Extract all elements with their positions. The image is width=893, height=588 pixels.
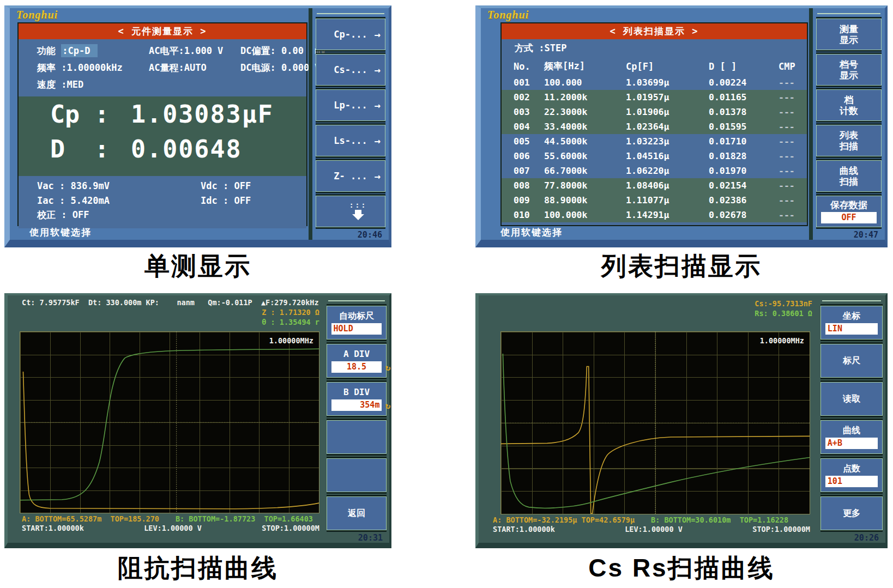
- table-cell: 100.000: [544, 77, 626, 88]
- sweep-start: START:1.00000k: [22, 524, 84, 532]
- softkey-button[interactable]: 保存数据OFF: [816, 196, 882, 227]
- table-cell: 008: [514, 180, 544, 191]
- sweep-level: LEV:1.00000 V: [625, 525, 683, 534]
- softkey-value-box: OFF: [821, 212, 876, 223]
- trace-a-range: A: BOTTOM=65.5287m TOP=185.270: [22, 514, 159, 523]
- softkey-button[interactable]: 更多: [820, 496, 883, 530]
- softkey-button[interactable]: [327, 420, 387, 454]
- sidebar-separator: [822, 300, 881, 301]
- table-row: 00877.8000k1.08406µ0.02154---: [502, 178, 807, 193]
- frequency-cursor-label: 1.00000MHz: [269, 336, 313, 345]
- softkey-column: 坐标LIN标尺读取曲线A+B点数101更多: [818, 306, 885, 530]
- softkey-sidebar: 坐标LIN标尺读取曲线A+B点数101更多 20:26: [818, 295, 885, 543]
- table-header-row: No.频率[Hz]Cp[F]D [ ]CMP: [502, 57, 807, 75]
- table-cell: ---: [779, 77, 807, 88]
- softkey-button[interactable]: B DIV354m↻: [327, 382, 387, 416]
- parameter-row: 功能 :Cp-DAC电平:1.000 VDC偏置: 0.00 mV: [19, 43, 306, 59]
- softkey-button[interactable]: 档号 显示: [816, 54, 882, 86]
- softkey-label: Lp-...: [334, 100, 367, 111]
- softkey-button[interactable]: 测量 显示: [816, 19, 882, 50]
- curve-a-cs: [501, 366, 810, 513]
- table-row: 00211.2000k1.01957µ0.01165---: [502, 90, 807, 105]
- down-arrow-dots: ···: [349, 205, 367, 208]
- softkey-button[interactable]: Cp-...→: [316, 19, 385, 50]
- softkey-button[interactable]: 读取: [820, 382, 883, 416]
- softkey-button[interactable]: Ls-...→: [316, 125, 385, 156]
- sidebar-separator: [317, 13, 384, 14]
- page-title: < 列表扫描显示 >: [502, 23, 807, 39]
- table-cell: 0.00224: [709, 77, 779, 88]
- softkey-button[interactable]: 返回: [327, 496, 387, 530]
- table-cell: 001: [514, 77, 544, 88]
- table-cell: 1.02364µ: [626, 122, 709, 132]
- table-row: 010100.000k1.14291µ0.02678---: [502, 208, 807, 222]
- measurement-function-label: Cp :: [50, 100, 131, 129]
- softkey-button[interactable]: Cs-...→: [316, 54, 385, 86]
- softkey-button[interactable]: 列表 扫描: [816, 125, 882, 156]
- sweep-range-line: START:1.00000k LEV:1.00000 V STOP:1.0000…: [493, 525, 810, 534]
- trace-b-range: B: BOTTOM=-1.87723 TOP=1.66403: [176, 514, 313, 523]
- csrs-curve-panel: Cs:-95.7313nF Rs: 0.38601 Ω 1.00000MHz A…: [475, 293, 888, 548]
- tonghui-logo: Tonghui: [16, 9, 58, 21]
- softkey-column: Cp-...→Cs-...→Lp-...→Ls-...→Z- ...→·····…: [312, 19, 389, 227]
- curve-a-impedance: [23, 372, 319, 509]
- table-cell: 005: [514, 136, 544, 147]
- table-cell: ---: [779, 136, 807, 147]
- softkey-label: 返回: [348, 508, 365, 519]
- column-header: D [ ]: [709, 61, 779, 72]
- table-cell: 009: [514, 195, 544, 205]
- table-row: 00322.3000k1.01906µ0.01378---: [502, 105, 807, 119]
- softkey-label: 保存数据: [830, 199, 867, 210]
- softkey-value-box: 101: [825, 476, 878, 487]
- softkey-label: 曲线 扫描: [840, 165, 858, 187]
- table-cell: 77.8000k: [544, 180, 626, 191]
- softkey-button[interactable]: [327, 458, 387, 492]
- right-arrow-icon: →: [375, 28, 381, 40]
- clock: 20:26: [854, 533, 879, 543]
- softkey-button[interactable]: ······: [316, 196, 385, 227]
- parameter-label: 功能: [37, 45, 61, 56]
- softkey-button[interactable]: 坐标LIN: [820, 306, 883, 340]
- sidebar-separator: [817, 13, 880, 14]
- impedance-plot: 1.00000MHz: [20, 331, 319, 513]
- sweep-start: START:1.00000k: [493, 525, 555, 534]
- softkey-button[interactable]: Lp-...→: [316, 89, 385, 121]
- softkey-button[interactable]: 曲线 扫描: [816, 160, 882, 192]
- softkey-button[interactable]: Z- ...→: [316, 160, 385, 192]
- table-cell: 0.01595: [709, 122, 779, 132]
- softkey-column: 自动标尺HOLDA DIV18.5↻B DIV354m↻返回: [324, 306, 389, 530]
- softkey-button[interactable]: 点数101: [820, 458, 883, 492]
- parameter-row: 频率 :1.00000kHzAC量程:AUTODC电源: 0.000 V: [19, 59, 306, 76]
- parameter-label: 频率: [37, 62, 61, 73]
- table-cell: 33.4000k: [544, 122, 626, 132]
- clock: 20:47: [854, 230, 878, 240]
- table-cell: 88.9000k: [544, 195, 626, 205]
- measurement-display-panel: Tonghui < 元件测量显示 > 功能 :Cp-DAC电平:1.000 VD…: [4, 5, 391, 247]
- softkey-button[interactable]: 档 计数: [816, 89, 882, 121]
- down-arrow-stem: [355, 210, 361, 214]
- sweep-level: LEV:1.00000 V: [144, 524, 202, 532]
- sweep-table: 方式 :STEPNo.频率[Hz]Cp[F]D [ ]CMP001100.000…: [502, 39, 807, 225]
- page: Tonghui < 元件测量显示 > 功能 :Cp-DAC电平:1.000 VD…: [0, 0, 893, 588]
- parameter-col2: AC量程:AUTO: [149, 62, 240, 74]
- table-cell: 0.01970: [709, 166, 779, 176]
- softkey-button[interactable]: 曲线A+B: [820, 420, 883, 454]
- softkey-button[interactable]: 自动标尺HOLD: [327, 306, 387, 340]
- monitor-row: Iac : 5.420mAIdc : OFF: [19, 193, 306, 208]
- monitor-left-value: Iac : 5.420mA: [37, 195, 201, 206]
- softkey-label: Z- ...: [334, 171, 367, 181]
- curve-svg: [501, 332, 810, 514]
- rs-readout: Rs: 0.38601 Ω: [755, 309, 812, 318]
- table-row: 00655.6000k1.04516µ0.01828---: [502, 149, 807, 163]
- softkey-button[interactable]: A DIV18.5↻: [327, 344, 387, 378]
- softkey-sidebar: 测量 显示档号 显示档 计数列表 扫描曲线 扫描保存数据OFF 20:47: [809, 8, 885, 240]
- frequency-cursor-label: 1.00000MHz: [760, 336, 804, 345]
- softkey-label: Cp-...: [334, 29, 367, 40]
- softkey-value-box: A+B: [825, 438, 878, 449]
- table-cell: ---: [779, 195, 807, 205]
- curve-b-rs: [503, 354, 810, 508]
- curve-svg: [20, 332, 319, 513]
- monitor-right-value: Vdc : OFF: [201, 180, 306, 191]
- softkey-button[interactable]: 标尺: [820, 344, 883, 378]
- monitor-row: 校正 : OFF: [19, 208, 306, 222]
